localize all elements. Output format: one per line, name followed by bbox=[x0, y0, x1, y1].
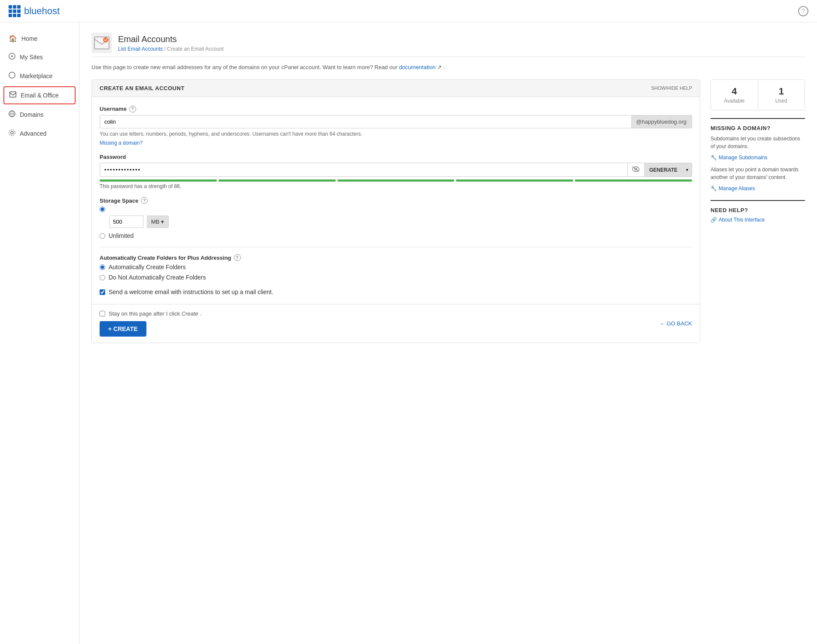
need-help-section: NEED HELP? 🔗 About This Interface bbox=[711, 200, 805, 223]
sidebar-item-home[interactable]: 🏠 Home bbox=[0, 29, 79, 48]
auto-folders-yes-radio[interactable] bbox=[100, 264, 105, 270]
svg-point-6 bbox=[11, 131, 13, 134]
advanced-icon bbox=[9, 129, 15, 138]
sidebar-item-label: Advanced bbox=[20, 130, 46, 137]
used-count: 1 bbox=[762, 86, 801, 97]
username-help-icon[interactable]: ? bbox=[129, 106, 136, 112]
auto-folders-help-icon[interactable]: ? bbox=[234, 254, 241, 261]
marketplace-icon bbox=[9, 72, 15, 80]
right-panel: 4 Available 1 Used MISSING A DOMAIN? Sub… bbox=[711, 79, 805, 231]
available-count: 4 bbox=[715, 86, 753, 97]
password-toggle-button[interactable] bbox=[627, 163, 644, 177]
generate-group: GENERATE ▾ bbox=[644, 163, 692, 177]
logo: bluehost bbox=[9, 5, 60, 17]
storage-input-row: MB ▾ bbox=[109, 216, 692, 228]
auto-folders-yes-label: Automatically Create Folders bbox=[109, 264, 186, 270]
missing-domain-title: MISSING A DOMAIN? bbox=[711, 125, 805, 131]
unlimited-label: Unlimited bbox=[109, 232, 134, 239]
sidebar-item-label: Marketplace bbox=[20, 73, 52, 79]
about-interface-link[interactable]: 🔗 About This Interface bbox=[711, 217, 805, 223]
auto-folders-no-radio[interactable] bbox=[100, 275, 105, 280]
storage-unlimited-radio[interactable] bbox=[100, 233, 105, 239]
aliases-text: Aliases let you point a domain towards a… bbox=[711, 166, 805, 181]
need-help-title: NEED HELP? bbox=[711, 207, 805, 213]
available-stat: 4 Available bbox=[711, 80, 758, 110]
wrench-icon: 🔧 bbox=[711, 155, 717, 161]
sidebar-item-label: Email & Office bbox=[21, 92, 58, 99]
domain-badge: @happybluedog.org bbox=[631, 115, 692, 128]
username-group: Username ? @happybluedog.org You can use… bbox=[100, 106, 692, 146]
form-card-title: CREATE AN EMAIL ACCOUNT bbox=[100, 85, 185, 91]
missing-domain-link[interactable]: Missing a domain? bbox=[100, 140, 143, 146]
password-strength-bars bbox=[100, 179, 692, 182]
storage-label: Storage Space ? bbox=[100, 197, 692, 204]
sidebar-item-label: Home bbox=[21, 35, 37, 42]
my-sites-icon bbox=[9, 53, 15, 61]
page-header: Email Accounts List Email Accounts / Cre… bbox=[91, 33, 805, 53]
generate-caret-button[interactable]: ▾ bbox=[683, 163, 692, 177]
strength-bar-3 bbox=[337, 179, 455, 182]
auto-folders-radio-1-row: Automatically Create Folders bbox=[100, 264, 692, 270]
sidebar-item-advanced[interactable]: Advanced bbox=[0, 124, 79, 143]
available-label: Available bbox=[715, 98, 753, 104]
sidebar-item-email-office[interactable]: Email & Office bbox=[3, 86, 76, 104]
sidebar-item-marketplace[interactable]: Marketplace bbox=[0, 67, 79, 85]
svg-rect-3 bbox=[10, 92, 16, 97]
stay-on-page-checkbox[interactable] bbox=[100, 311, 105, 316]
password-group: Password GENERATE ▾ bbox=[100, 154, 692, 189]
generate-button[interactable]: GENERATE bbox=[644, 163, 683, 177]
form-footer-left: Stay on this page after I click Create .… bbox=[100, 310, 201, 337]
sidebar-item-label: Domains bbox=[20, 111, 43, 118]
breadcrumb: List Email Accounts / Create an Email Ac… bbox=[118, 46, 224, 52]
documentation-link[interactable]: documentation bbox=[399, 64, 435, 70]
form-card-header: CREATE AN EMAIL ACCOUNT SHOW/HIDE HELP bbox=[92, 80, 700, 97]
sidebar-item-domains[interactable]: Domains bbox=[0, 105, 79, 124]
page-description: Use this page to create new email addres… bbox=[91, 63, 805, 72]
svg-point-7 bbox=[9, 130, 15, 136]
manage-subdomains-link[interactable]: 🔧 Manage Subdomains bbox=[711, 155, 805, 161]
strength-bar-4 bbox=[456, 179, 573, 182]
missing-domain-section: MISSING A DOMAIN? Subdomains let you cre… bbox=[711, 118, 805, 191]
form-card-body: Username ? @happybluedog.org You can use… bbox=[92, 97, 700, 304]
breadcrumb-link[interactable]: List Email Accounts bbox=[118, 46, 163, 52]
welcome-email-checkbox[interactable] bbox=[100, 289, 105, 295]
welcome-email-label: Send a welcome email with instructions t… bbox=[109, 289, 273, 295]
manage-aliases-link[interactable]: 🔧 Manage Aliases bbox=[711, 185, 805, 191]
username-label: Username ? bbox=[100, 106, 692, 112]
main-content: Email Accounts List Email Accounts / Cre… bbox=[79, 22, 817, 644]
domains-icon bbox=[9, 110, 15, 119]
go-back-link[interactable]: ← GO BACK bbox=[659, 320, 692, 327]
svg-point-1 bbox=[11, 55, 13, 57]
breadcrumb-current: Create an Email Account bbox=[167, 46, 224, 52]
breadcrumb-separator: / bbox=[164, 46, 165, 52]
sidebar-item-label: My Sites bbox=[20, 54, 43, 61]
password-input[interactable] bbox=[100, 163, 627, 177]
username-hint: You can use letters, numbers, periods, h… bbox=[100, 131, 692, 138]
email-icon bbox=[9, 91, 16, 99]
storage-group: Storage Space ? MB ▾ Unlimited bbox=[100, 197, 692, 239]
sidebar-item-my-sites[interactable]: My Sites bbox=[0, 48, 79, 67]
content-area: CREATE AN EMAIL ACCOUNT SHOW/HIDE HELP U… bbox=[91, 79, 805, 343]
stay-on-page-row: Stay on this page after I click Create . bbox=[100, 310, 201, 317]
svg-point-2 bbox=[9, 72, 15, 78]
unlimited-radio-row: Unlimited bbox=[100, 232, 692, 239]
auto-folders-radio-2-row: Do Not Automatically Create Folders bbox=[100, 274, 692, 281]
storage-help-icon[interactable]: ? bbox=[141, 197, 148, 204]
storage-custom-radio[interactable] bbox=[100, 207, 105, 212]
show-hide-help-button[interactable]: SHOW/HIDE HELP bbox=[651, 85, 692, 91]
create-button[interactable]: + CREATE bbox=[100, 321, 146, 337]
strength-bar-2 bbox=[219, 179, 336, 182]
strength-bar-5 bbox=[575, 179, 692, 182]
username-input[interactable] bbox=[100, 115, 631, 128]
section-divider bbox=[100, 247, 692, 247]
help-icon[interactable]: ? bbox=[798, 6, 808, 16]
storage-unit-select[interactable]: MB ▾ bbox=[147, 216, 169, 228]
page-title: Email Accounts bbox=[118, 34, 224, 44]
auto-folders-group: Automatically Create Folders for Plus Ad… bbox=[100, 254, 692, 281]
username-row: @happybluedog.org bbox=[100, 115, 692, 128]
external-link-icon: 🔗 bbox=[711, 217, 717, 223]
main-layout: 🏠 Home My Sites Marketplace Email & Offi… bbox=[0, 22, 817, 644]
storage-amount-input[interactable] bbox=[109, 216, 143, 228]
form-footer: Stay on this page after I click Create .… bbox=[92, 304, 700, 343]
home-icon: 🏠 bbox=[9, 34, 17, 43]
